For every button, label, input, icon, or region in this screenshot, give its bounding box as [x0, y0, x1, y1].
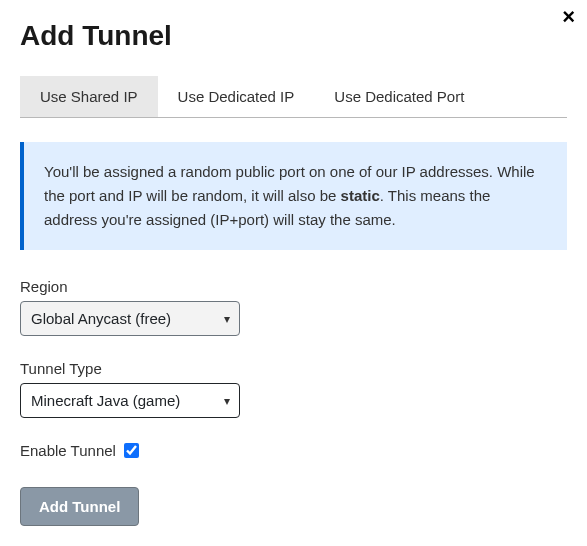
tunnel-type-select[interactable]: Minecraft Java (game)	[20, 383, 240, 418]
add-tunnel-button[interactable]: Add Tunnel	[20, 487, 139, 526]
enable-tunnel-checkbox[interactable]	[124, 443, 139, 458]
close-icon[interactable]: ×	[562, 6, 575, 28]
region-select[interactable]: Global Anycast (free)	[20, 301, 240, 336]
tunnel-type-label: Tunnel Type	[20, 360, 567, 377]
tab-dedicated-ip[interactable]: Use Dedicated IP	[158, 76, 315, 117]
tab-shared-ip[interactable]: Use Shared IP	[20, 76, 158, 117]
tab-bar: Use Shared IP Use Dedicated IP Use Dedic…	[20, 76, 567, 118]
enable-tunnel-label: Enable Tunnel	[20, 442, 116, 459]
dialog-title: Add Tunnel	[20, 20, 567, 52]
tab-dedicated-port[interactable]: Use Dedicated Port	[314, 76, 484, 117]
info-text-bold: static	[341, 187, 380, 204]
info-box: You'll be assigned a random public port …	[20, 142, 567, 250]
region-label: Region	[20, 278, 567, 295]
